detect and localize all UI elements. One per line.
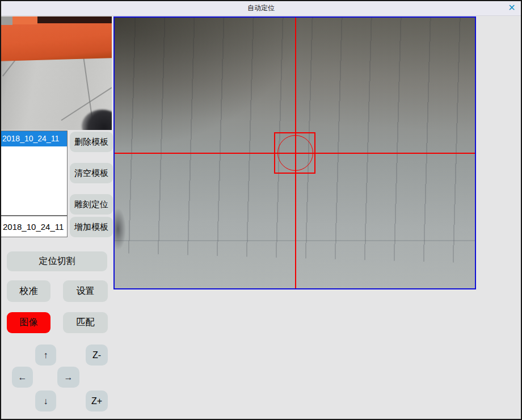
- template-thumbnail: [1, 16, 112, 130]
- image-button-active[interactable]: 图像: [7, 312, 50, 333]
- camera-view: [113, 16, 476, 289]
- z-minus-button[interactable]: Z-: [86, 345, 108, 366]
- jog-right-arrow-button[interactable]: →: [57, 367, 79, 388]
- thumbnail-gray-patch: [1, 16, 12, 25]
- template-name-field[interactable]: [1, 216, 68, 237]
- clear-templates-button[interactable]: 清空模板: [70, 163, 113, 183]
- engrave-position-button[interactable]: 雕刻定位: [70, 194, 113, 215]
- calibrate-button[interactable]: 校准: [7, 280, 50, 302]
- auto-position-dialog: 自动定位 ✕ 2018_10_24_11 删除模板 清空模板 雕刻定位 增加模板…: [0, 0, 522, 420]
- thumbnail-orange-block: [12, 16, 37, 24]
- delete-template-button[interactable]: 删除模板: [70, 132, 113, 152]
- jog-left-arrow-button[interactable]: ←: [12, 367, 33, 388]
- camera-feed: [115, 18, 475, 288]
- titlebar: 自动定位 ✕: [0, 0, 522, 16]
- position-cut-button[interactable]: 定位切割: [7, 251, 107, 271]
- match-region-circle: [277, 135, 313, 171]
- template-list[interactable]: 2018_10_24_11: [1, 131, 68, 216]
- match-button[interactable]: 匹配: [63, 312, 108, 333]
- jog-down-arrow-button[interactable]: ↓: [35, 390, 56, 411]
- dialog-title: 自动定位: [0, 0, 522, 16]
- settings-button[interactable]: 设置: [63, 280, 108, 302]
- close-icon[interactable]: ✕: [506, 2, 518, 14]
- jog-up-arrow-button[interactable]: ↑: [35, 345, 56, 366]
- add-template-button[interactable]: 增加模板: [70, 217, 113, 237]
- thumbnail-dark-strip: [36, 16, 112, 23]
- z-plus-button[interactable]: Z+: [86, 390, 108, 411]
- template-list-item[interactable]: 2018_10_24_11: [1, 131, 67, 146]
